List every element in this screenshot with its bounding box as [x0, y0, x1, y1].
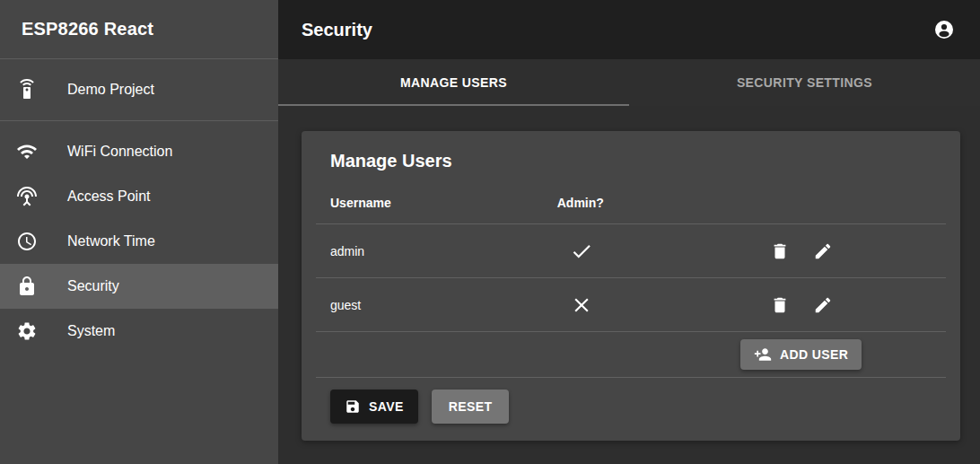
table-header-row: Username Admin? — [316, 182, 946, 224]
sidebar-item-label: WiFi Connection — [67, 144, 172, 160]
form-actions: SAVE RESET — [316, 378, 946, 426]
add-user-label: ADD USER — [780, 347, 848, 362]
column-header-actions — [719, 182, 946, 224]
tab-security-settings[interactable]: SECURITY SETTINGS — [629, 59, 980, 106]
app-window: ESP8266 React Demo Project WiFi Connecti… — [0, 0, 980, 464]
manage-users-card: Manage Users Username Admin? admin — [302, 131, 960, 441]
table-row: guest — [316, 278, 946, 332]
delete-user-button[interactable] — [766, 238, 793, 265]
sidebar-section-project: Demo Project — [0, 59, 278, 121]
sidebar-item-network-time[interactable]: Network Time — [0, 219, 278, 264]
wifi-icon — [16, 141, 38, 162]
close-icon — [570, 293, 593, 317]
add-user-button[interactable]: ADD USER — [740, 339, 862, 370]
account-button[interactable] — [923, 8, 966, 51]
save-icon — [345, 398, 361, 415]
sidebar-item-wifi-connection[interactable]: WiFi Connection — [0, 129, 278, 174]
sidebar-section-settings: WiFi Connection Access Point Network Tim… — [0, 121, 278, 362]
sidebar-item-label: Network Time — [67, 233, 155, 250]
sidebar-item-access-point[interactable]: Access Point — [0, 174, 278, 219]
sidebar-item-system[interactable]: System — [0, 309, 278, 354]
edit-icon — [813, 295, 833, 315]
main-area: Security MANAGE USERS SECURITY SETTINGS … — [278, 0, 980, 464]
person-add-icon — [754, 346, 772, 363]
delete-icon — [770, 295, 790, 315]
username-cell: guest — [316, 278, 543, 332]
antenna-icon — [16, 186, 38, 207]
column-header-admin: Admin? — [543, 182, 720, 224]
add-user-row: ADD USER — [316, 332, 946, 378]
save-button[interactable]: SAVE — [330, 390, 418, 424]
edit-user-button[interactable] — [809, 292, 836, 319]
card-title: Manage Users — [330, 151, 946, 171]
edit-icon — [813, 241, 833, 261]
edit-user-button[interactable] — [809, 238, 836, 265]
lock-icon — [16, 276, 38, 297]
account-icon — [933, 19, 955, 40]
sidebar-item-label: Access Point — [67, 188, 150, 205]
reset-label: RESET — [449, 399, 493, 414]
page-title: Security — [302, 20, 923, 40]
reset-button[interactable]: RESET — [432, 390, 510, 424]
check-icon — [570, 240, 593, 263]
sidebar-item-label: Security — [67, 278, 119, 294]
content-area: Manage Users Username Admin? admin — [278, 106, 980, 464]
sidebar-item-security[interactable]: Security — [0, 264, 278, 309]
sidebar-item-label: System — [67, 323, 115, 339]
gear-icon — [16, 320, 38, 342]
save-label: SAVE — [369, 399, 404, 414]
table-row: admin — [316, 224, 946, 278]
sidebar: ESP8266 React Demo Project WiFi Connecti… — [0, 0, 278, 464]
tab-bar: MANAGE USERS SECURITY SETTINGS — [278, 59, 980, 106]
remote-icon — [16, 79, 38, 101]
users-table: Username Admin? admin — [316, 182, 946, 378]
tab-manage-users[interactable]: MANAGE USERS — [278, 59, 629, 106]
username-cell: admin — [316, 224, 543, 278]
app-title: ESP8266 React — [0, 0, 278, 59]
clock-icon — [16, 231, 38, 252]
sidebar-item-label: Demo Project — [67, 82, 154, 98]
delete-user-button[interactable] — [766, 292, 793, 319]
column-header-username: Username — [316, 182, 543, 224]
sidebar-item-demo-project[interactable]: Demo Project — [0, 67, 278, 112]
delete-icon — [770, 241, 790, 261]
appbar: Security — [278, 0, 980, 59]
